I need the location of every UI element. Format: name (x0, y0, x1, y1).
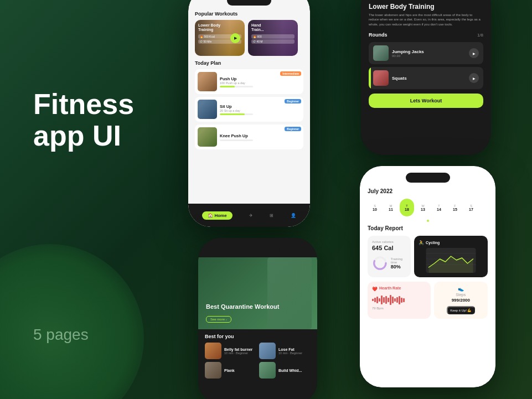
knee-push-item[interactable]: Knee Push Up Beginner (195, 125, 303, 149)
squats-image (373, 70, 389, 86)
build-item[interactable]: Build Whid... (259, 362, 311, 379)
workout-button[interactable]: Lets Workout (369, 94, 483, 108)
build-info: Build Whid... (278, 369, 311, 372)
hr-header: ❤️ Hearth Rate (372, 286, 426, 292)
push-up-info: Push Up 100 Push up a day (220, 76, 301, 87)
jacks-name: Jumping Jacks (392, 49, 466, 54)
belly-fat-item[interactable]: Belly fat burner 10 min · Beginner (205, 343, 256, 359)
knee-push-name: Knee Push Up (220, 133, 301, 138)
squats-info: Squats (392, 76, 466, 81)
push-up-sub: 100 Push up a day (220, 81, 301, 85)
sit-up-image (198, 100, 217, 119)
jacks-play[interactable]: ▶ (469, 48, 479, 58)
training-donut (372, 253, 388, 273)
kcal2-badge: 🔥 600 (251, 34, 295, 39)
best-for-you: Best for you Belly fat burner 10 min · B… (198, 329, 317, 383)
sit-up-progress-bar (220, 113, 253, 115)
hand-train-card[interactable]: HandTrain... 🔥 600 ⏱ 40 M (248, 20, 298, 56)
squats-name: Squats (392, 76, 466, 81)
jacks-time: 00:30 (392, 54, 466, 58)
jacks-info: Jumping Jacks 00:30 (392, 49, 466, 58)
sit-up-sub: 20 Sit up a day (220, 109, 301, 112)
sit-up-item[interactable]: Sit Up 20 Sit up a day Beginner (195, 97, 303, 122)
calendar-row: S 10 M 11 T 18 W 13 T 14 (368, 199, 488, 216)
rounds-label: Rounds (369, 32, 388, 38)
squats-play[interactable]: ▶ (469, 73, 479, 83)
plank-item[interactable]: Plank (205, 362, 256, 379)
push-up-name: Push Up (220, 76, 301, 81)
wave-5 (381, 296, 383, 304)
training-pct: 80% (391, 264, 406, 270)
phone4-content: July 2022 S 10 M 11 T 18 W 13 (360, 166, 495, 387)
month-label: July 2022 (368, 188, 488, 194)
today-plan: Today Plan Push Up 100 Push up a day Int… (188, 60, 310, 149)
wave-2 (374, 298, 376, 302)
phone-workout-list: Popular Workouts Lower BodyTraining 🔥 50… (188, 0, 310, 227)
beginner-badge-situp: Beginner (285, 99, 301, 103)
wave-7 (385, 296, 387, 304)
belly-fat-meta: 10 min · Beginner (224, 351, 256, 355)
build-thumb (259, 362, 276, 379)
card2-meta: 🔥 600 ⏱ 40 M (251, 34, 295, 44)
day-m11[interactable]: M 11 (384, 199, 398, 216)
push-up-item[interactable]: Push Up 100 Push up a day Intermediate (195, 69, 303, 94)
belly-fat-thumb (205, 343, 221, 359)
rounds-value: 1/8 (477, 33, 483, 38)
plank-name: Plank (224, 369, 256, 372)
waveform (372, 294, 426, 305)
wave-14 (401, 298, 402, 303)
min2-badge: ⏱ 40 M (251, 39, 295, 44)
phone2-content: Lower Body Training The lower abdomen an… (361, 0, 491, 155)
nav-profile[interactable]: 👤 (291, 213, 296, 218)
push-up-fill (220, 86, 235, 87)
wave-4 (379, 298, 380, 302)
app-title: Fitness app UI (33, 89, 134, 152)
hr-bpm: 79 Bpm (372, 307, 426, 310)
intermediate-badge: Intermediate (280, 71, 301, 76)
wave-15 (403, 298, 405, 302)
cycling-name: Cycling (426, 241, 440, 245)
day-s17[interactable]: S 17 (464, 199, 478, 216)
day-f15[interactable]: F 15 (448, 199, 462, 216)
report-title: Today Report (368, 225, 488, 231)
see-more-btn[interactable]: See more › (206, 316, 231, 323)
jumping-jacks-row[interactable]: Jumping Jacks 00:30 ▶ (369, 42, 483, 64)
day-w13[interactable]: W 13 (416, 199, 430, 216)
nav-discover[interactable]: ✈ (249, 213, 253, 218)
phone-report: July 2022 S 10 M 11 T 18 W 13 (360, 166, 495, 387)
lower-body-card[interactable]: Lower BodyTraining 🔥 500 Kcal ⏱ 50 Min ▶ (195, 20, 245, 56)
training-label: Training time (391, 257, 406, 264)
nav-home[interactable]: 🏠 Home (202, 211, 232, 220)
knee-push-image (198, 127, 217, 147)
beginner-badge-knee: Beginner (285, 127, 301, 131)
squats-row[interactable]: Squats ▶ (369, 67, 483, 89)
steps-value: 999/2000 (438, 298, 483, 303)
lose-fat-info: Lose Fat 10 min · Beginner (278, 348, 311, 355)
knee-push-progress-bar (220, 139, 253, 141)
plank-thumb (205, 362, 221, 379)
play-button[interactable]: ▶ (230, 33, 240, 43)
calories-card: Active calories 645 Cal Training time 80… (368, 236, 411, 277)
day-t14[interactable]: T 14 (432, 199, 446, 216)
nav-stats[interactable]: ⊞ (270, 213, 273, 218)
lose-fat-item[interactable]: Lose Fat 10 min · Beginner (259, 343, 311, 359)
cycling-card: 🚴 Cycling (414, 236, 488, 277)
keep-up-btn[interactable]: Keep it Up! 💪 (447, 306, 474, 314)
belly-fat-name: Belly fat burner (224, 348, 256, 351)
phone-quarantine: Best Quarantine Workout See more › Best … (198, 238, 317, 399)
section-title: Best for you (205, 334, 311, 339)
p2-title: Lower Body Training (369, 3, 483, 11)
phone3-content: Best Quarantine Workout See more › Best … (198, 238, 317, 399)
training-row: Training time 80% (372, 253, 406, 273)
day-s10[interactable]: S 10 (368, 199, 382, 216)
wave-12 (396, 297, 398, 303)
cycling-chart (419, 248, 483, 273)
lose-fat-name: Lose Fat (278, 348, 311, 351)
wave-1 (372, 299, 374, 301)
workout-cards: Lower BodyTraining 🔥 500 Kcal ⏱ 50 Min ▶… (188, 20, 310, 60)
wave-8 (388, 298, 389, 302)
hero-title: Best Quarantine Workout (206, 303, 279, 310)
day-t18[interactable]: T 18 (400, 199, 414, 216)
wave-6 (383, 297, 385, 303)
wave-13 (399, 296, 400, 304)
